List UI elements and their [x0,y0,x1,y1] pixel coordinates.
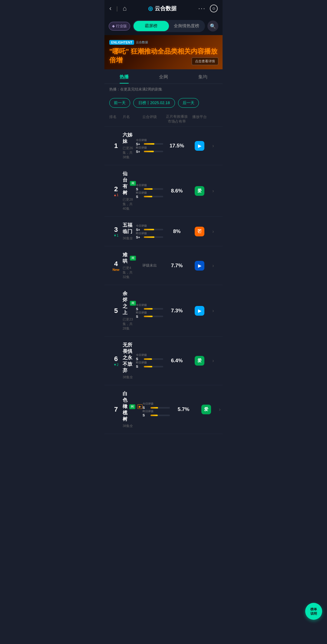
yest-bar-track [144,366,163,367]
vip-badge: ▶ [137,404,143,409]
rating-col: 评级未出 [136,263,163,268]
header-right: ··· ⊙ [198,5,218,12]
rank-change-down: ▼1 [113,234,118,237]
today-label: 今日评级 [136,353,147,357]
tab-hot[interactable]: 热播 [104,69,144,84]
today-bar-track [144,229,163,230]
home-button[interactable]: ⌂ [123,5,127,12]
yest-bar-track [150,415,170,416]
rating-col: 今日评级 S 昨日评级 S [136,303,163,318]
date-nav: 前一天 日榜丨2025.02.18 后一天 [104,95,223,112]
tab-baping[interactable]: 霸屏榜 [134,21,169,31]
yest-rating-row: 昨日评级 [143,409,170,413]
rank-col: 7 [109,406,123,413]
yest-grade: S+ [136,235,143,239]
yest-bar-track [144,196,163,197]
list-item[interactable]: 4 New 难哄网 已更4集，共32集 评级未出 7.7% ▶ › [104,246,223,285]
show-title: 难哄网 [123,252,136,264]
list-item[interactable]: 2 ▲1 仙台有树网 已更28集，共40集 今日评级 S 昨日评级 S [104,165,223,217]
tab-hotness[interactable]: 全舆情热度榜 [169,21,204,31]
show-episodes: 36集全 [123,236,136,241]
market-col: 6.4% [163,358,190,364]
yest-bar-fill [150,415,158,416]
today-label: 今日评级 [136,224,147,228]
today-bar-row: S+ [136,142,163,146]
diamond-icon: ◆ [112,24,115,28]
today-bar-track [144,188,163,190]
yest-grade: S [136,315,143,318]
yest-label: 昨日评级 [136,311,147,315]
yest-rating-row: 昨日评级 [136,146,163,150]
today-grade: S+ [136,142,143,146]
yest-bar-row: S [136,195,163,199]
rank-col: 1 [109,142,123,150]
next-day-button[interactable]: 后一天 [178,98,199,108]
th-arrow [209,114,218,124]
back-button[interactable]: ‹ [109,5,111,12]
search-button[interactable]: 🔍 [207,21,218,31]
banner-detail-button[interactable]: 点击查看详情 [192,58,218,65]
tab-all[interactable]: 全网 [144,69,183,84]
rank-col: 5 [109,307,123,315]
show-episodes: 38集全 [123,424,143,428]
list-item[interactable]: 5 余烬之上网 已更23集，共28集 今日评级 S 昨日评级 S [104,285,223,337]
rank-change-down: ▼2 [113,363,118,366]
show-title: 白色橄榄树网▶ [123,391,143,422]
market-col: 7.7% [163,263,190,269]
today-grade: S [136,187,143,191]
more-button[interactable]: ··· [198,5,206,12]
banner-logo-box: ENLIGHTENT [109,40,134,45]
rank-number: 2 [114,185,118,193]
yest-bar-fill [144,236,154,238]
platform-col: 爱 [190,186,209,196]
rank-number: 5 [114,307,118,315]
show-title: 余烬之上网 [123,291,136,316]
prev-day-button[interactable]: 前一天 [109,98,130,108]
platform-col: ▶ [190,306,209,316]
market-col: 17.5% [163,143,190,149]
list-item[interactable]: 6 ▼2 无所畏惧之永不放弃 38集全 今日评级 S 昨日评级 S [104,337,223,385]
tab-pills: 霸屏榜 全舆情热度榜 [133,20,205,32]
platform-col: ▶ [190,261,209,271]
arrow-col: › [209,358,218,363]
list-item[interactable]: 1 六姊妹 已更26集，共38集 今日评级 S+ 昨日评级 S+ [104,126,223,165]
today-bar-fill [144,358,152,360]
th-platform: 播放平台 [190,114,209,124]
yest-label: 昨日评级 [136,146,147,150]
tab-avg[interactable]: 集均 [183,69,223,84]
yest-grade: S [136,365,143,368]
list-item[interactable]: 7 白色橄榄树网▶ 38集全 今日评级 S 昨日评级 S [104,385,223,434]
title-col: 无所畏惧之永不放弃 38集全 [123,342,136,380]
rating-col: 今日评级 S 昨日评级 S [136,353,163,368]
today-bar-row: S [143,406,170,409]
yest-rating-row: 昨日评级 [136,361,163,365]
today-bar-track [144,358,163,360]
yest-bar-fill [144,366,152,367]
th-market: 正片有效播放市场占有率 [163,114,190,124]
today-bar-fill [150,407,158,409]
title-col: 余烬之上网 已更23集，共28集 [123,291,136,331]
yest-grade: S [136,195,143,199]
rank-col: 2 ▲1 [109,185,123,197]
list-item[interactable]: 3 ▼1 五福临门 36集全 今日评级 S+ 昨日评级 S+ [104,217,223,246]
rank-number: 1 [114,142,118,150]
net-badge: 网 [130,301,136,306]
today-bar-fill [144,308,153,310]
rating-no-data: 评级未出 [142,263,157,268]
platform-col: ▶ [190,141,209,151]
show-title: 六姊妹 [123,132,136,145]
platform-icon: ▶ [195,261,204,271]
today-rating-row: 今日评级 [143,402,170,406]
today-bar-track [150,407,170,409]
market-col: 7.3% [163,308,190,314]
yest-grade: S+ [136,150,143,153]
industry-badge[interactable]: ◆ 行业版 [109,22,130,31]
show-list: 1 六姊妹 已更26集，共38集 今日评级 S+ 昨日评级 S+ [104,126,223,434]
record-button[interactable]: ⊙ [210,5,218,12]
yest-label: 昨日评级 [136,232,147,235]
yest-bar-track [144,236,163,238]
platform-icon: 爱 [195,356,204,366]
th-rating: 云合评级 [136,114,163,124]
rank-number: 7 [114,406,118,413]
rank-change-new: New [113,268,120,271]
